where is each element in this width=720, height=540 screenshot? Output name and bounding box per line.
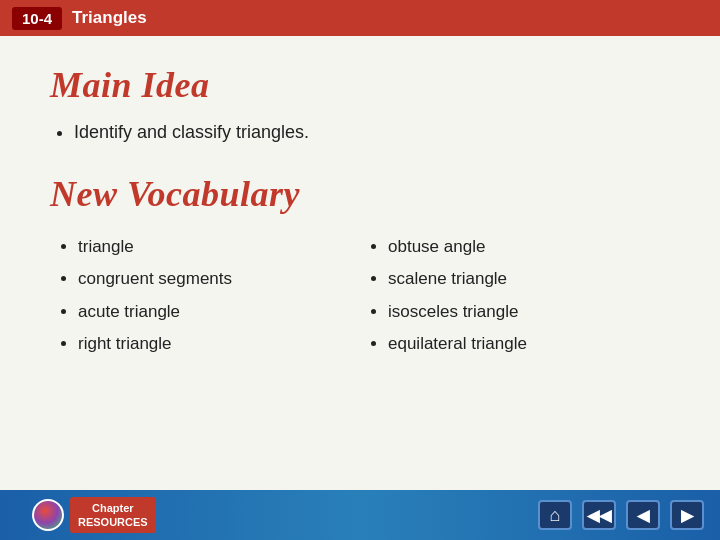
vocab-item-triangle: triangle <box>78 231 360 263</box>
vocab-item-congruent-segments: congruent segments <box>78 263 360 295</box>
vocabulary-heading: New Vocabulary <box>50 173 670 215</box>
vocab-item-obtuse-angle: obtuse angle <box>388 231 670 263</box>
main-idea-item: Identify and classify triangles. <box>74 122 670 143</box>
vocab-item-acute-triangle: acute triangle <box>78 296 360 328</box>
home-button[interactable]: ⌂ <box>538 500 572 530</box>
vocab-item-isosceles-triangle: isosceles triangle <box>388 296 670 328</box>
lesson-badge: 10-4 <box>12 7 62 30</box>
vocab-right-column: obtuse angle scalene triangle isosceles … <box>360 231 670 360</box>
vocab-left-column: triangle congruent segments acute triang… <box>50 231 360 360</box>
vocab-left-list: triangle congruent segments acute triang… <box>50 231 360 360</box>
vocab-item-scalene-triangle: scalene triangle <box>388 263 670 295</box>
bottom-bar: Chapter RESOURCES ⌂ ◀◀ ◀ ▶ <box>0 490 720 540</box>
main-idea-heading: Main Idea <box>50 64 670 106</box>
logo-circle <box>32 499 64 531</box>
main-content: Main Idea Identify and classify triangle… <box>0 36 720 496</box>
chapter-resources-label: Chapter RESOURCES <box>70 497 156 534</box>
logo-area: Chapter RESOURCES <box>32 497 156 534</box>
skip-back-button[interactable]: ◀◀ <box>582 500 616 530</box>
back-button[interactable]: ◀ <box>626 500 660 530</box>
vocabulary-columns: triangle congruent segments acute triang… <box>50 231 670 360</box>
vocab-item-right-triangle: right triangle <box>78 328 360 360</box>
vocab-item-equilateral-triangle: equilateral triangle <box>388 328 670 360</box>
top-bar-title: Triangles <box>72 8 147 28</box>
vocab-right-list: obtuse angle scalene triangle isosceles … <box>360 231 670 360</box>
top-bar: 10-4 Triangles <box>0 0 720 36</box>
forward-button[interactable]: ▶ <box>670 500 704 530</box>
main-idea-list: Identify and classify triangles. <box>74 122 670 143</box>
